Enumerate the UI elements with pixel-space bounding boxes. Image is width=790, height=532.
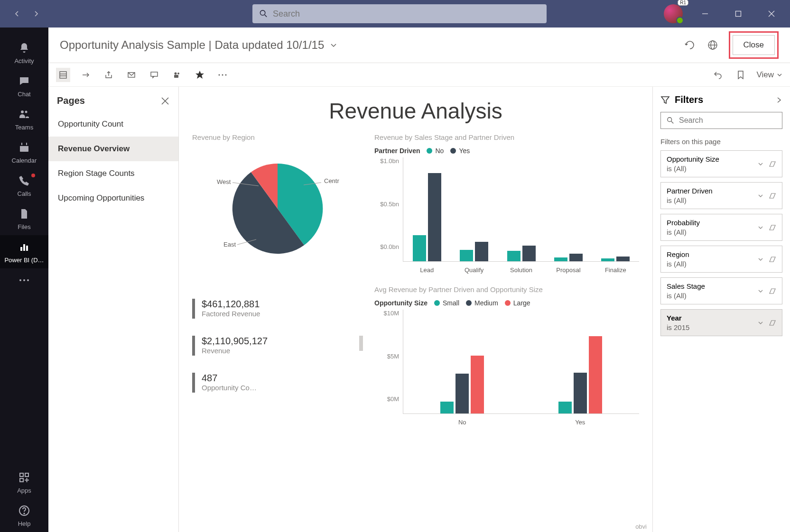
svg-rect-33 [151, 72, 158, 76]
export-button[interactable] [79, 68, 93, 82]
presence-icon [676, 17, 684, 24]
bar-chart-stage[interactable]: Revenue by Sales Stage and Partner Drive… [374, 133, 639, 262]
close-tab-button[interactable]: Close [733, 35, 775, 55]
kpi-label: Revenue [202, 347, 353, 355]
legend-label: Partner Driven [374, 147, 420, 155]
eraser-icon [769, 288, 776, 294]
forward-button[interactable] [30, 8, 42, 19]
rail-apps[interactable]: Apps [0, 466, 48, 499]
rail-label: Teams [15, 124, 33, 131]
rail-label: Help [18, 520, 31, 527]
y-tick: $10M [374, 310, 399, 317]
kpi-label: Opportunity Co… [202, 384, 257, 392]
rail-calendar[interactable]: Calendar [0, 136, 48, 169]
filters-search[interactable] [660, 112, 782, 129]
close-pages-button[interactable] [160, 96, 170, 106]
rail-more[interactable] [0, 268, 48, 292]
search-input[interactable] [273, 9, 540, 19]
page-item[interactable]: Revenue Overview [48, 137, 178, 161]
back-button[interactable] [11, 8, 23, 19]
bookmark-button[interactable] [734, 68, 748, 82]
favorite-button[interactable] [193, 68, 207, 82]
search-icon [667, 116, 674, 125]
chevron-down-icon [757, 256, 764, 263]
svg-rect-20 [20, 478, 23, 482]
rail-calls[interactable]: Calls [0, 169, 48, 202]
svg-point-6 [21, 110, 24, 113]
legend-text: Medium [474, 299, 498, 307]
refresh-button[interactable] [683, 38, 697, 52]
comment-button[interactable] [147, 68, 161, 82]
maximize-button[interactable] [727, 3, 749, 25]
chat-icon [18, 74, 31, 88]
chevron-down-icon [757, 288, 764, 294]
svg-point-39 [225, 74, 227, 75]
y-tick: $5M [374, 353, 399, 360]
svg-point-17 [27, 279, 29, 281]
page-item[interactable]: Region Stage Counts [48, 161, 178, 186]
rail-powerbi[interactable]: Power BI (D… [0, 235, 48, 268]
legend-text: Large [513, 299, 530, 307]
view-menu[interactable]: View [756, 70, 782, 80]
expand-filters-button[interactable] [776, 97, 782, 103]
chevron-down-icon [757, 193, 764, 199]
rail-help[interactable]: Help [0, 499, 48, 532]
filter-card[interactable]: Regionis (All) [660, 246, 782, 273]
user-avatar[interactable]: R1 [664, 4, 683, 23]
kpi-card: $2,110,905,127Revenue [192, 336, 363, 356]
svg-point-0 [260, 10, 265, 15]
svg-text:East: East [223, 241, 236, 248]
global-search[interactable] [252, 4, 547, 23]
close-window-button[interactable] [761, 3, 782, 25]
filter-card[interactable]: Partner Drivenis (All) [660, 182, 782, 209]
toggle-pane-button[interactable] [56, 68, 70, 82]
kpi-value: 487 [202, 373, 257, 384]
filters-search-input[interactable] [679, 116, 776, 125]
calendar-icon [18, 141, 31, 154]
report-toolbar: View [48, 63, 790, 87]
file-icon [18, 207, 31, 220]
teams-share-button[interactable] [170, 68, 184, 82]
legend-text: Yes [459, 147, 470, 155]
bell-icon [18, 41, 31, 55]
globe-button[interactable] [706, 38, 719, 52]
subscribe-button[interactable] [124, 68, 139, 82]
kpi-target-icon [359, 336, 363, 351]
titlebar: R1 [0, 0, 790, 28]
kpi-value: $461,120,881 [202, 299, 260, 310]
chevron-down-icon[interactable] [330, 41, 337, 49]
page-item[interactable]: Opportunity Count [48, 112, 178, 137]
svg-rect-12 [20, 247, 22, 251]
filter-card[interactable]: Opportunity Sizeis (All) [660, 150, 782, 177]
apps-icon [18, 471, 31, 484]
filter-card[interactable]: Yearis 2015 [660, 309, 782, 336]
ellipsis-icon [18, 274, 31, 287]
filter-card[interactable]: Probabilityis (All) [660, 214, 782, 241]
undo-button[interactable] [711, 68, 725, 82]
minimize-button[interactable] [694, 3, 716, 25]
kpi-value: $2,110,905,127 [202, 336, 353, 347]
rail-teams[interactable]: Teams [0, 102, 48, 136]
viz-title: Revenue by Region [192, 133, 363, 141]
svg-point-37 [219, 74, 220, 75]
chevron-down-icon [757, 320, 764, 326]
page-item[interactable]: Upcoming Opportunities [48, 186, 178, 211]
bar-chart-avg[interactable]: Avg Revenue by Partner Driven and Opport… [374, 285, 639, 414]
y-tick: $0.0bn [374, 243, 399, 250]
filter-card[interactable]: Sales Stageis (All) [660, 277, 782, 304]
avatar-badge-label: R1 [678, 0, 688, 6]
kpi-indicator-icon [192, 373, 195, 393]
pie-chart[interactable]: Central West East [192, 147, 363, 270]
rail-chat[interactable]: Chat [0, 69, 48, 102]
share-button[interactable] [102, 68, 116, 82]
kpi-indicator-icon [192, 299, 195, 319]
kpi-label: Factored Revenue [202, 310, 260, 318]
search-icon [259, 9, 268, 18]
legend-text: No [435, 147, 444, 155]
svg-rect-3 [736, 11, 741, 17]
rail-activity[interactable]: Activity [0, 36, 48, 69]
phone-icon [18, 174, 31, 187]
help-icon [18, 504, 31, 517]
more-options-button[interactable] [215, 68, 230, 82]
rail-files[interactable]: Files [0, 202, 48, 235]
